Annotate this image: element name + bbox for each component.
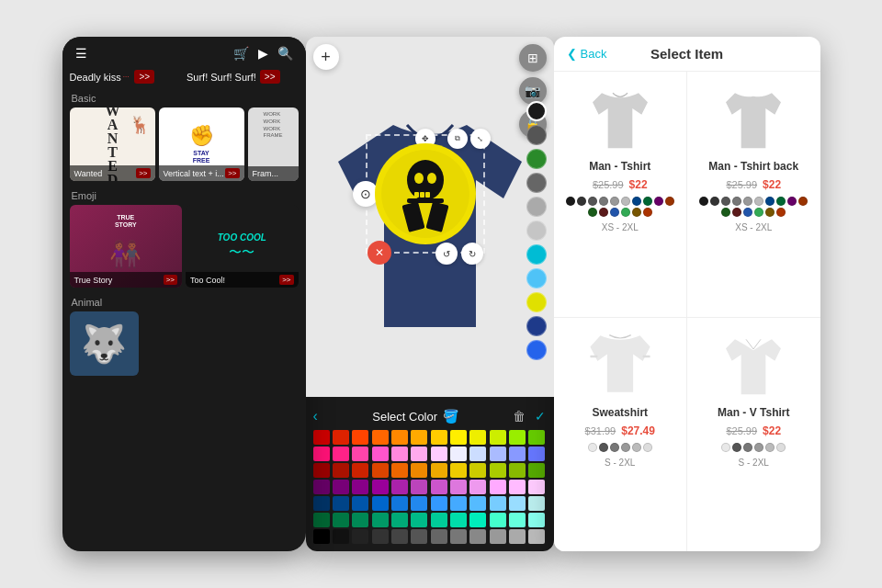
color-cell[interactable]: [313, 496, 330, 511]
color-cell[interactable]: [528, 496, 545, 511]
color-cell[interactable]: [391, 496, 408, 511]
template-card-wanted[interactable]: WANTED 🦌 Wanted >>: [70, 107, 155, 181]
item-color-dot[interactable]: [588, 443, 597, 452]
color-cell[interactable]: [352, 480, 368, 494]
color-cell[interactable]: [431, 496, 447, 511]
color-cell[interactable]: [528, 480, 545, 494]
color-cell[interactable]: [372, 430, 389, 445]
item-color-dot[interactable]: [610, 443, 619, 452]
item-color-dot[interactable]: [798, 197, 808, 206]
item-color-dot[interactable]: [632, 197, 641, 206]
trash-icon[interactable]: 🗑: [513, 409, 526, 424]
item-color-dot[interactable]: [787, 197, 797, 206]
color-cell[interactable]: [528, 447, 545, 461]
palette-color-9[interactable]: [526, 292, 547, 312]
item-color-dot[interactable]: [621, 443, 630, 452]
color-cell[interactable]: [528, 513, 545, 527]
palette-color-11[interactable]: [526, 340, 547, 360]
color-cell[interactable]: [313, 529, 330, 544]
color-cell[interactable]: [469, 496, 486, 511]
item-color-dot[interactable]: [743, 197, 752, 206]
palette-color-2[interactable]: [526, 125, 547, 145]
confirm-check-icon[interactable]: ✓: [535, 409, 546, 424]
item-color-dot[interactable]: [765, 197, 775, 206]
template-card-truestory[interactable]: 👫 TRUESTORY True Story >>: [70, 205, 183, 288]
color-cell[interactable]: [411, 496, 427, 511]
item-color-dot[interactable]: [743, 443, 752, 452]
color-cell[interactable]: [391, 480, 408, 494]
item-color-dot[interactable]: [765, 443, 775, 452]
color-cell[interactable]: [372, 529, 389, 544]
item-color-dot[interactable]: [610, 208, 619, 217]
palette-color-4[interactable]: [526, 173, 547, 193]
color-cell[interactable]: [469, 430, 486, 445]
color-cell[interactable]: [450, 529, 467, 544]
color-cell[interactable]: [352, 447, 368, 461]
color-cell[interactable]: [431, 463, 447, 478]
palette-color-8[interactable]: [526, 268, 547, 288]
back-button[interactable]: ❮ Back: [567, 47, 607, 61]
add-element-button[interactable]: +: [313, 44, 339, 70]
template-card-animal[interactable]: 🐺: [70, 311, 139, 376]
rotate-right-button[interactable]: ↻: [461, 243, 483, 265]
item-color-dot[interactable]: [632, 443, 641, 452]
color-cell[interactable]: [333, 529, 349, 544]
color-cell[interactable]: [411, 480, 427, 494]
color-cell[interactable]: [469, 529, 486, 544]
item-color-dot[interactable]: [754, 443, 763, 452]
resize-button[interactable]: ⤡: [470, 129, 491, 149]
color-cell[interactable]: [391, 529, 408, 544]
banner-chevron-2[interactable]: >>: [260, 70, 280, 84]
color-cell[interactable]: [509, 480, 526, 494]
item-color-dot[interactable]: [643, 208, 652, 217]
color-cell[interactable]: [490, 496, 506, 511]
color-cell[interactable]: [391, 463, 408, 478]
color-cell[interactable]: [490, 447, 506, 461]
item-color-dot[interactable]: [721, 443, 730, 452]
item-color-dot[interactable]: [643, 197, 652, 206]
color-cell[interactable]: [490, 529, 506, 544]
color-cell[interactable]: [333, 480, 349, 494]
palette-color-5[interactable]: [526, 197, 547, 217]
palette-color-3[interactable]: [526, 149, 547, 169]
color-cell[interactable]: [431, 447, 447, 461]
menu-icon[interactable]: ☰: [75, 46, 87, 61]
color-cell[interactable]: [372, 447, 389, 461]
color-cell[interactable]: [450, 463, 467, 478]
item-color-dot[interactable]: [721, 197, 730, 206]
item-color-dot[interactable]: [710, 197, 719, 206]
color-cell[interactable]: [469, 480, 486, 494]
item-color-dot[interactable]: [654, 197, 663, 206]
color-cell[interactable]: [352, 513, 368, 527]
item-color-dot[interactable]: [566, 197, 575, 206]
item-color-dot[interactable]: [599, 197, 608, 206]
rotate-left-button[interactable]: ↺: [435, 243, 458, 265]
template-card-toocool[interactable]: TOO COOL 〜〜 Too Cool! >>: [186, 205, 299, 288]
color-cell[interactable]: [391, 513, 408, 527]
item-color-dot[interactable]: [599, 443, 608, 452]
item-color-dot[interactable]: [699, 197, 708, 206]
banner-item-1[interactable]: Deadly kiss ··· >>: [70, 70, 182, 84]
color-cell[interactable]: [431, 430, 447, 445]
item-color-dot[interactable]: [732, 443, 741, 452]
banner-chevron-1[interactable]: >>: [134, 70, 154, 84]
color-cell[interactable]: [333, 463, 349, 478]
color-cell[interactable]: [469, 463, 486, 478]
item-color-dot[interactable]: [588, 208, 597, 217]
color-cell[interactable]: [431, 513, 447, 527]
color-cell[interactable]: [372, 463, 389, 478]
item-color-dot[interactable]: [776, 197, 786, 206]
color-cell[interactable]: [509, 529, 526, 544]
item-color-dot[interactable]: [732, 197, 741, 206]
color-cell[interactable]: [372, 480, 389, 494]
item-color-dot[interactable]: [621, 208, 630, 217]
item-color-dot[interactable]: [577, 197, 586, 206]
item-color-dot[interactable]: [632, 208, 641, 217]
delete-button[interactable]: ✕: [368, 241, 391, 265]
item-color-dot[interactable]: [588, 197, 597, 206]
item-color-dot[interactable]: [643, 443, 652, 452]
banner-item-2[interactable]: Surf! Surf! Surf! >>: [187, 70, 299, 84]
color-cell[interactable]: [313, 480, 330, 494]
color-cell[interactable]: [372, 513, 389, 527]
color-cell[interactable]: [469, 447, 486, 461]
